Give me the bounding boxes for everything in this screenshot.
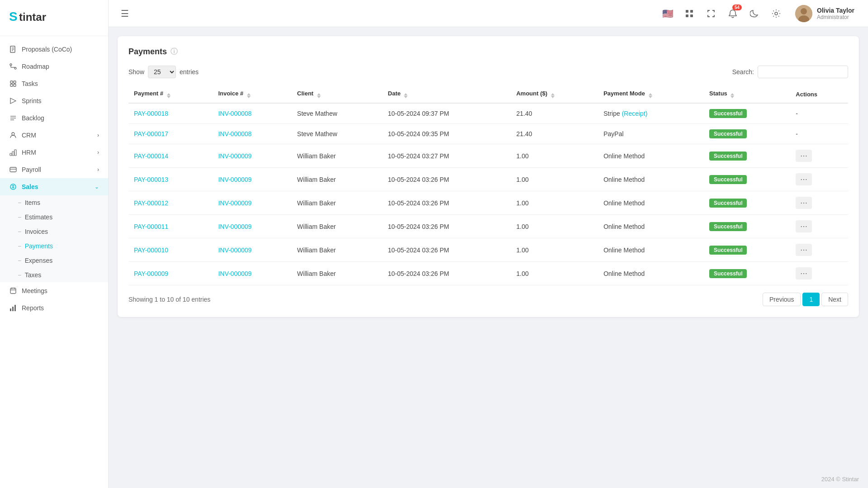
notification-button[interactable]: 54 [726, 6, 740, 21]
status-cell: Successful [704, 238, 790, 262]
settings-button[interactable] [769, 6, 783, 21]
svg-rect-36 [690, 10, 693, 13]
sidebar-item-expenses[interactable]: Expenses [0, 253, 108, 268]
previous-button[interactable]: Previous [763, 293, 801, 306]
sidebar-item-label: CRM [22, 132, 36, 139]
invoice-num-cell[interactable]: INV-000009 [213, 262, 291, 285]
invoice-num-cell[interactable]: INV-000009 [213, 168, 291, 191]
col-invoice-num[interactable]: Invoice # [213, 85, 291, 103]
sidebar-item-label: Roadmap [22, 63, 49, 70]
entries-select[interactable]: 10 25 50 100 [148, 66, 176, 78]
svg-point-6 [10, 64, 12, 66]
svg-rect-12 [10, 84, 13, 86]
col-payment-mode[interactable]: Payment Mode [598, 85, 704, 103]
actions-cell: ⋯ [790, 144, 848, 168]
logo-text: S tintar [9, 8, 99, 28]
page-1-button[interactable]: 1 [802, 293, 820, 306]
show-entries: Show 10 25 50 100 entries [128, 66, 199, 78]
topbar: ☰ 🇺🇸 [109, 0, 868, 27]
receipt-link[interactable]: (Receipt) [622, 110, 648, 117]
payment-num-cell[interactable]: PAY-000009 [128, 262, 213, 285]
apps-button[interactable] [682, 6, 697, 21]
status-cell: Successful [704, 262, 790, 285]
actions-button[interactable]: ⋯ [796, 267, 812, 280]
sidebar-item-tasks[interactable]: Tasks [0, 75, 108, 92]
sidebar-item-hrm[interactable]: HRM › [0, 144, 108, 161]
svg-rect-11 [14, 81, 16, 83]
sidebar-item-taxes[interactable]: Taxes [0, 268, 108, 282]
sidebar-item-roadmap[interactable]: Roadmap [0, 58, 108, 75]
payment-mode-cell: PayPal [598, 124, 704, 144]
table-row: PAY-000012INV-000009William Baker10-05-2… [128, 191, 848, 215]
svg-rect-22 [10, 167, 16, 172]
sidebar-item-backlog[interactable]: Backlog [0, 109, 108, 127]
status-badge: Successful [709, 269, 747, 278]
sidebar-item-meetings[interactable]: Meetings [0, 282, 108, 299]
date-cell: 10-05-2024 03:26 PM [383, 215, 511, 238]
invoice-num-cell[interactable]: INV-000009 [213, 238, 291, 262]
search-input[interactable] [758, 66, 848, 78]
sidebar-item-sales[interactable]: Sales ⌄ [0, 178, 108, 195]
sidebar-item-proposals[interactable]: Proposals (CoCo) [0, 41, 108, 58]
actions-button[interactable]: ⋯ [796, 244, 812, 256]
invoice-num-cell[interactable]: INV-000008 [213, 124, 291, 144]
payment-num-cell[interactable]: PAY-000013 [128, 168, 213, 191]
col-status[interactable]: Status [704, 85, 790, 103]
chevron-down-icon: ⌄ [95, 184, 99, 190]
notification-badge: 54 [732, 5, 742, 10]
payment-num-cell[interactable]: PAY-000011 [128, 215, 213, 238]
menu-toggle-button[interactable]: ☰ [118, 6, 132, 21]
invoice-num-cell[interactable]: INV-000009 [213, 215, 291, 238]
info-icon[interactable]: ⓘ [171, 47, 178, 57]
col-date[interactable]: Date [383, 85, 511, 103]
payment-num-cell[interactable]: PAY-000014 [128, 144, 213, 168]
expand-button[interactable] [704, 6, 718, 21]
footer-text: 2024 © Stintar [821, 476, 859, 483]
next-button[interactable]: Next [821, 293, 848, 306]
sidebar-item-reports[interactable]: Reports [0, 299, 108, 317]
sidebar-item-estimates[interactable]: Estimates [0, 210, 108, 224]
sidebar-item-items[interactable]: Items [0, 195, 108, 210]
moon-icon [750, 9, 759, 18]
svg-rect-28 [10, 288, 16, 294]
col-payment-num[interactable]: Payment # [128, 85, 213, 103]
roadmap-icon [9, 62, 17, 71]
actions-cell: ⋯ [790, 215, 848, 238]
col-amount[interactable]: Amount ($) [511, 85, 598, 103]
payment-num-cell[interactable]: PAY-000012 [128, 191, 213, 215]
invoice-num-cell[interactable]: INV-000009 [213, 191, 291, 215]
meetings-icon [9, 287, 17, 295]
sidebar-item-payments[interactable]: Payments [0, 239, 108, 253]
amount-cell: 1.00 [511, 238, 598, 262]
actions-button[interactable]: ⋯ [796, 220, 812, 232]
sort-icon-payment [167, 93, 171, 98]
sidebar-item-label: Meetings [22, 287, 47, 294]
sidebar-item-payroll[interactable]: Payroll › [0, 161, 108, 178]
date-cell: 10-05-2024 03:26 PM [383, 168, 511, 191]
sidebar-item-label: Payroll [22, 166, 41, 173]
actions-button[interactable]: ⋯ [796, 197, 812, 209]
status-cell: Successful [704, 215, 790, 238]
actions-cell: ⋯ [790, 238, 848, 262]
payment-num-cell[interactable]: PAY-000017 [128, 124, 213, 144]
date-cell: 10-05-2024 09:37 PM [383, 103, 511, 124]
payment-num-cell[interactable]: PAY-000010 [128, 238, 213, 262]
sidebar-item-invoices[interactable]: Invoices [0, 224, 108, 239]
client-cell: William Baker [292, 262, 383, 285]
language-selector[interactable]: 🇺🇸 [660, 6, 675, 21]
svg-text:S: S [9, 9, 18, 24]
payment-num-cell[interactable]: PAY-000018 [128, 103, 213, 124]
show-label: Show [128, 68, 144, 76]
sidebar-item-crm[interactable]: CRM › [0, 127, 108, 144]
invoice-num-cell[interactable]: INV-000008 [213, 103, 291, 124]
actions-button[interactable]: ⋯ [796, 150, 812, 162]
col-client[interactable]: Client [292, 85, 383, 103]
dark-mode-button[interactable] [747, 6, 762, 21]
user-profile[interactable]: Olivia Taylor Administrator [791, 2, 859, 25]
sidebar-item-sprints[interactable]: Sprints [0, 92, 108, 109]
table-row: PAY-000018INV-000008Steve Mathew10-05-20… [128, 103, 848, 124]
actions-button[interactable]: ⋯ [796, 173, 812, 185]
invoice-num-cell[interactable]: INV-000009 [213, 144, 291, 168]
sort-icon-date [404, 93, 408, 98]
client-cell: William Baker [292, 144, 383, 168]
